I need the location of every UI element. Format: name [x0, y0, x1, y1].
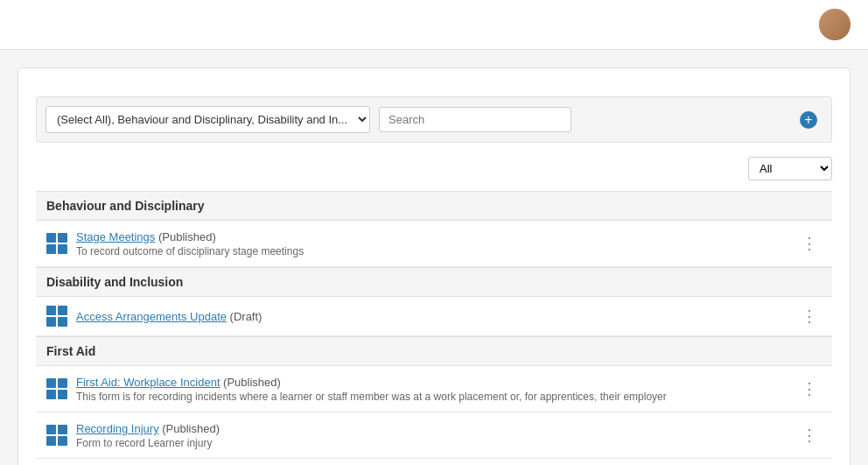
template-description: Form to record Learner injury: [76, 437, 798, 449]
template-name-link[interactable]: Access Arrangements Update: [76, 310, 227, 323]
status-filter[interactable]: All Published Draft: [748, 157, 832, 180]
template-status: (Draft): [227, 310, 262, 323]
template-context-menu-button[interactable]: [798, 308, 822, 324]
template-context-menu-button[interactable]: [798, 236, 822, 251]
template-name-link[interactable]: Stage Meetings: [76, 230, 155, 243]
template-info: Stage Meetings (Published)To record outc…: [76, 229, 798, 257]
category-header: Disability and Inclusion: [36, 267, 832, 297]
record-templates-card: (Select All), Behaviour and Disciplinary…: [18, 67, 850, 465]
template-name-link[interactable]: Recording Injury: [76, 422, 159, 435]
top-bar: [0, 0, 868, 50]
template-info: First Aid: Workplace Incident (Published…: [76, 375, 798, 403]
template-description: To record outcome of disciplinary stage …: [76, 245, 798, 257]
template-status: (Published): [155, 230, 215, 243]
template-status: (Published): [220, 376, 281, 389]
category-filter[interactable]: (Select All), Behaviour and Disciplinary…: [46, 106, 370, 133]
template-description: This form is for recording incidents whe…: [76, 391, 798, 403]
status-bar: All Published Draft: [36, 157, 832, 180]
avatar[interactable]: [819, 9, 850, 40]
search-input[interactable]: [379, 107, 571, 132]
template-info: Recording Injury (Published)Form to reco…: [76, 421, 798, 449]
template-grid-icon: [46, 233, 67, 254]
template-status: (Published): [159, 422, 220, 435]
template-grid-icon: [46, 425, 67, 446]
category-header: First Aid: [36, 336, 832, 366]
template-info: Access Arrangements Update (Draft): [76, 309, 798, 323]
categories-container: Behaviour and DisciplinaryStage Meetings…: [36, 191, 832, 459]
template-context-menu-button[interactable]: [798, 381, 822, 397]
template-grid-icon: [46, 306, 67, 327]
template-row: First Aid: Workplace Incident (Published…: [36, 366, 832, 412]
create-record-template-button[interactable]: +: [800, 111, 822, 129]
template-row: Stage Meetings (Published)To record outc…: [36, 221, 832, 267]
plus-icon: +: [800, 111, 817, 129]
template-name-link[interactable]: First Aid: Workplace Incident: [76, 376, 220, 389]
template-row: Recording Injury (Published)Form to reco…: [36, 412, 832, 459]
category-header: Behaviour and Disciplinary: [36, 191, 832, 221]
template-context-menu-button[interactable]: [798, 427, 822, 443]
template-grid-icon: [46, 378, 67, 399]
template-row: Access Arrangements Update (Draft): [36, 297, 832, 336]
avatar-image: [819, 9, 850, 40]
filter-bar: (Select All), Behaviour and Disciplinary…: [36, 96, 832, 143]
main-content: (Select All), Behaviour and Disciplinary…: [0, 50, 868, 465]
